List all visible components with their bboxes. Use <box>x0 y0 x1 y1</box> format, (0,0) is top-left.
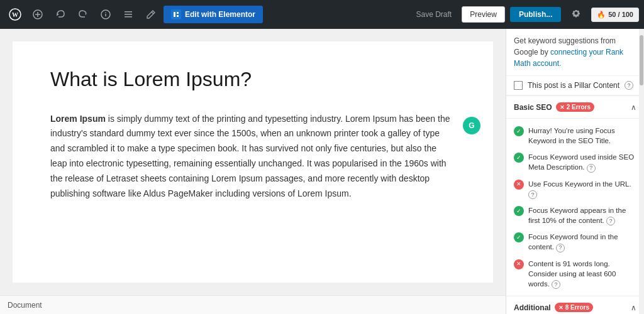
pillar-content-checkbox[interactable] <box>514 81 523 90</box>
svg-rect-14 <box>177 15 179 17</box>
main-layout: What is Lorem Ipsum? Lorem Ipsum is simp… <box>0 29 644 314</box>
additional-error-badge: ✕ 8 Errors <box>555 303 593 312</box>
right-sidebar: Get keyword suggestions from Google by c… <box>506 29 644 314</box>
editor-footer: Document <box>0 295 506 314</box>
edit-pen-button[interactable] <box>141 4 161 24</box>
check-status-icon-4: ✓ <box>514 232 524 242</box>
check-status-icon-0: ✓ <box>514 126 524 136</box>
undo-button[interactable] <box>50 4 70 24</box>
check-help-icon-2[interactable]: ? <box>528 190 537 199</box>
additional-header-left: Additional ✕ 8 Errors <box>514 303 593 312</box>
svg-rect-9 <box>125 14 132 15</box>
scrollbar-track[interactable] <box>639 29 644 314</box>
additional-section-header[interactable]: Additional ✕ 8 Errors ∧ <box>506 296 644 314</box>
pillar-content-label: This post is a Pillar Content <box>528 81 619 90</box>
editor-area: What is Lorem Ipsum? Lorem Ipsum is simp… <box>0 29 506 314</box>
svg-rect-12 <box>174 12 175 17</box>
check-help-icon-3[interactable]: ? <box>606 217 615 225</box>
add-block-button[interactable] <box>28 4 48 24</box>
check-text-1: Focus Keyword used inside SEO Meta Descr… <box>528 152 636 172</box>
svg-rect-8 <box>125 11 132 13</box>
check-text-3: Focus Keyword appears in the first 10% o… <box>528 205 636 225</box>
basic-seo-header-left: Basic SEO ✕ 2 Errors <box>514 102 594 112</box>
sidebar-scroll-area[interactable]: Get keyword suggestions from Google by c… <box>506 29 644 314</box>
scrollbar-thumb[interactable] <box>640 35 643 85</box>
toolbar-right-actions: Save Draft Preview Publish... 🔥 50 / 100 <box>411 4 640 24</box>
basic-seo-error-badge: ✕ 2 Errors <box>556 102 594 112</box>
check-item-3: ✓ Focus Keyword appears in the first 10%… <box>506 202 644 229</box>
check-item-1: ✓ Focus Keyword used inside SEO Meta Des… <box>506 149 644 175</box>
svg-point-7 <box>105 12 106 13</box>
check-item-4: ✓ Focus Keyword found in the content. ? <box>506 229 644 255</box>
info-button[interactable] <box>96 4 116 24</box>
main-toolbar: W Edit with Elementor Save Draft Preview… <box>0 0 644 29</box>
check-item-0: ✓ Hurray! You're using Focus Keyword in … <box>506 122 644 149</box>
preview-button[interactable]: Preview <box>462 6 505 23</box>
wp-logo[interactable]: W <box>5 4 25 24</box>
edit-with-elementor-button[interactable]: Edit with Elementor <box>164 6 263 23</box>
editor-canvas[interactable]: What is Lorem Ipsum? Lorem Ipsum is simp… <box>13 41 493 283</box>
check-help-icon-4[interactable]: ? <box>556 244 565 252</box>
edit-elementor-label: Edit with Elementor <box>185 10 255 19</box>
check-status-icon-2: ✕ <box>514 180 524 190</box>
basic-seo-title: Basic SEO <box>514 103 552 112</box>
check-item-2: ✕ Use Focus Keyword in the URL. ? <box>506 176 644 202</box>
document-label: Document <box>8 301 42 310</box>
post-content[interactable]: Lorem Ipsum is simply dummy text of the … <box>50 112 455 202</box>
fire-icon: 🔥 <box>597 11 606 19</box>
save-draft-button[interactable]: Save Draft <box>411 8 457 21</box>
grammarly-badge[interactable]: G <box>463 117 480 134</box>
check-status-icon-3: ✓ <box>514 206 524 216</box>
pillar-help-icon[interactable]: ? <box>625 81 633 90</box>
elementor-icon <box>171 9 181 19</box>
check-text-5: Content is 91 words long. Consider using… <box>528 259 636 289</box>
check-status-icon-1: ✓ <box>514 153 524 163</box>
additional-title: Additional <box>514 303 551 312</box>
settings-button[interactable] <box>566 4 586 24</box>
publish-button[interactable]: Publish... <box>510 7 561 22</box>
post-title[interactable]: What is Lorem Ipsum? <box>50 67 455 93</box>
basic-seo-check-list: ✓ Hurray! You're using Focus Keyword in … <box>506 119 644 296</box>
redo-button[interactable] <box>73 4 93 24</box>
check-text-4: Focus Keyword found in the content. ? <box>528 232 636 252</box>
basic-seo-collapse-icon[interactable]: ∧ <box>631 103 636 112</box>
pillar-content-row: This post is a Pillar Content ? <box>506 76 644 95</box>
score-value: 50 / 100 <box>608 11 633 18</box>
check-status-icon-5: ✕ <box>514 259 524 269</box>
list-view-button[interactable] <box>118 4 138 24</box>
check-help-icon-5[interactable]: ? <box>552 280 560 289</box>
sidebar-keyword-suggestion: Get keyword suggestions from Google by c… <box>506 29 644 76</box>
svg-rect-10 <box>125 16 132 18</box>
check-text-2: Use Focus Keyword in the URL. ? <box>528 179 636 199</box>
svg-text:W: W <box>12 11 18 18</box>
svg-rect-13 <box>177 12 179 14</box>
svg-line-11 <box>152 12 153 14</box>
rank-math-score[interactable]: 🔥 50 / 100 <box>591 8 639 22</box>
check-text-0: Hurray! You're using Focus Keyword in th… <box>528 126 636 146</box>
check-item-5: ✕ Content is 91 words long. Consider usi… <box>506 256 644 292</box>
check-help-icon-1[interactable]: ? <box>587 164 596 173</box>
basic-seo-section-header[interactable]: Basic SEO ✕ 2 Errors ∧ <box>506 95 644 119</box>
additional-collapse-icon[interactable]: ∧ <box>631 303 636 312</box>
